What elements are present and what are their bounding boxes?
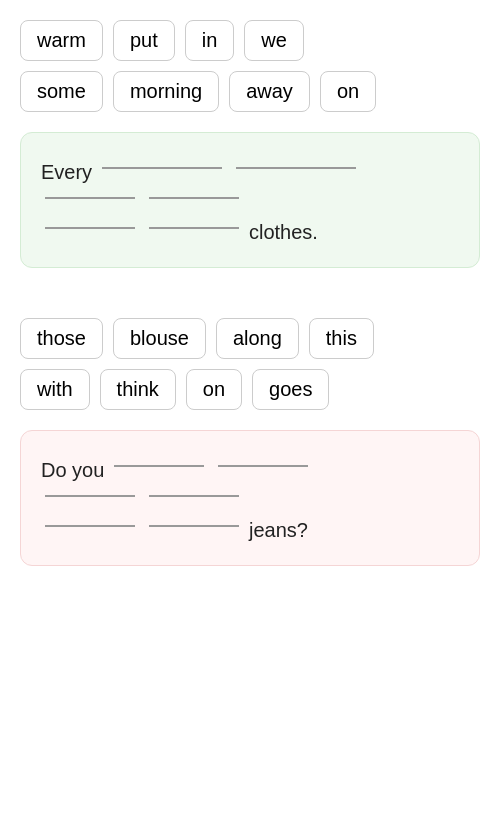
blank-1[interactable] — [102, 167, 222, 169]
chip2-goes[interactable]: goes — [252, 369, 329, 410]
blank-6[interactable] — [149, 227, 239, 229]
word-bank-row-4: withthinkongoes — [20, 369, 480, 410]
chip2-this[interactable]: this — [309, 318, 374, 359]
blank-10[interactable] — [149, 495, 239, 497]
blank-8[interactable] — [218, 465, 308, 467]
chip-away[interactable]: away — [229, 71, 310, 112]
blank-12[interactable] — [149, 525, 239, 527]
blank-3[interactable] — [45, 197, 135, 199]
blank-4[interactable] — [149, 197, 239, 199]
chip2-those[interactable]: those — [20, 318, 103, 359]
chip-in[interactable]: in — [185, 20, 235, 61]
sentence-pink-line2 — [41, 499, 459, 501]
blank-7[interactable] — [114, 465, 204, 467]
sentence-pink-line1: Do you — [41, 455, 459, 485]
word-every: Every — [41, 157, 92, 187]
chip2-think[interactable]: think — [100, 369, 176, 410]
chip-put[interactable]: put — [113, 20, 175, 61]
sentence-green-line1: Every — [41, 157, 459, 187]
sentence-box-green: Every clothes. — [20, 132, 480, 268]
blank-2[interactable] — [236, 167, 356, 169]
word-bank-1: warmputinwe somemorningawayon — [20, 20, 480, 112]
chip-on[interactable]: on — [320, 71, 376, 112]
chip-some[interactable]: some — [20, 71, 103, 112]
word-bank-row-2: somemorningawayon — [20, 71, 480, 112]
word-bank-row-1: warmputinwe — [20, 20, 480, 61]
chip-morning[interactable]: morning — [113, 71, 219, 112]
blank-5[interactable] — [45, 227, 135, 229]
chip-warm[interactable]: warm — [20, 20, 103, 61]
blank-11[interactable] — [45, 525, 135, 527]
word-jeans: jeans? — [249, 515, 308, 545]
chip2-along[interactable]: along — [216, 318, 299, 359]
chip2-on[interactable]: on — [186, 369, 242, 410]
sentence-green-line3: clothes. — [41, 217, 459, 247]
sentence-box-pink: Do you jeans? — [20, 430, 480, 566]
blank-9[interactable] — [45, 495, 135, 497]
sentence-pink-line3: jeans? — [41, 515, 459, 545]
sentence-green-line2 — [41, 201, 459, 203]
chip2-blouse[interactable]: blouse — [113, 318, 206, 359]
word-do-you: Do you — [41, 455, 104, 485]
chip-we[interactable]: we — [244, 20, 304, 61]
word-clothes: clothes. — [249, 217, 318, 247]
word-bank-2: thoseblousealongthis withthinkongoes — [20, 318, 480, 410]
word-bank-row-3: thoseblousealongthis — [20, 318, 480, 359]
chip2-with[interactable]: with — [20, 369, 90, 410]
